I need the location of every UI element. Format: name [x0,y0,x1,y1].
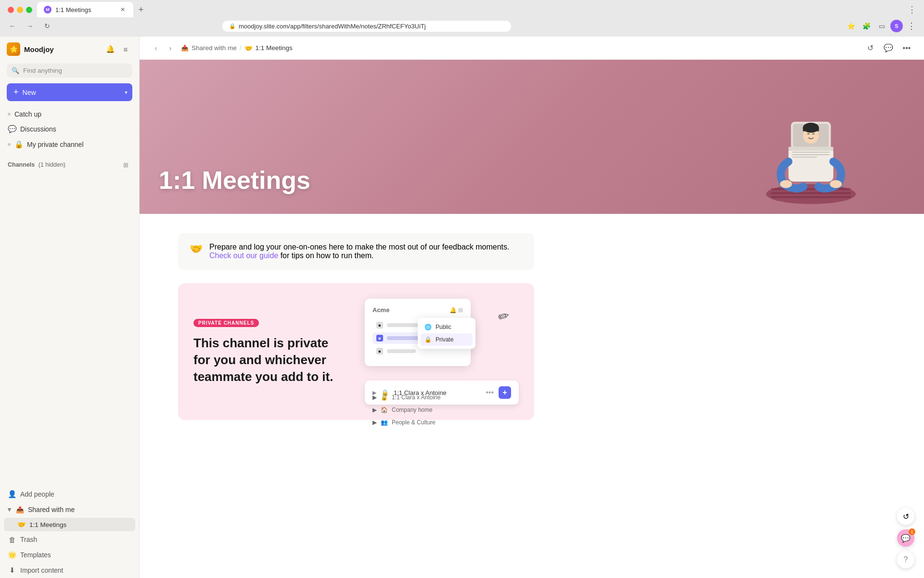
shared-with-me-chevron: ▶ [7,508,13,512]
sub-row-1: ▶ 🔒 1:1 Clara x Antoine [365,391,519,404]
browser-tab[interactable]: M 1:1 Meetings ✕ [37,2,133,17]
main-content: ‹ › 📤 Shared with me / 🤝 1:1 Meetings ↺ … [140,37,924,578]
public-icon: 🌐 [424,324,432,330]
sidebar-menu-button[interactable]: ≡ [119,42,132,56]
floating-sync-button[interactable]: ↺ [897,508,914,525]
channels-section-title: Channels (1 hidden) [8,161,65,168]
trash-label: Trash [20,536,37,543]
trash-icon: 🗑 [8,535,16,544]
nav-forward-button[interactable]: › [164,41,177,55]
bookmark-button[interactable]: ⭐ [844,19,858,33]
back-button[interactable]: ← [6,19,19,33]
browser-user-avatar[interactable]: S [890,20,903,32]
private-channel-icon: 🔒 [14,140,23,149]
sidebar-item-1-1-meetings[interactable]: 🤝 1:1 Meetings [4,518,135,531]
sidebar-item-catch-up[interactable]: Catch up [4,107,135,121]
sidebar-toggle-button[interactable]: ▭ [875,19,888,33]
sidebar-item-my-private-channel[interactable]: 🔒 My private channel [4,137,135,152]
svg-point-0 [766,184,856,204]
breadcrumb-shared-with-me[interactable]: Shared with me [192,44,237,52]
new-button[interactable]: + New ▾ [7,83,132,101]
sidebar-item-trash[interactable]: 🗑 Trash [4,532,135,547]
info-emoji: 🤝 [190,243,203,255]
notification-button[interactable]: 🔔 [103,42,117,56]
maximize-traffic-light[interactable] [26,7,32,13]
private-channels-badge: PRIVATE CHANNELS [193,319,259,327]
svg-point-10 [780,180,792,188]
sidebar-item-shared-with-me[interactable]: ▶ 📤 Shared with me [4,502,135,517]
sidebar-item-add-people[interactable]: 👤 Add people [4,486,135,502]
catch-up-dot [8,113,11,116]
new-button-label: New [23,89,36,96]
tab-close-icon[interactable]: ✕ [119,6,127,13]
svg-rect-9 [803,127,819,131]
floating-help-button[interactable]: ? [897,551,914,568]
mock-row-icon-1: ■ [376,322,383,328]
new-chevron-icon: ▾ [125,89,128,96]
sync-button[interactable]: ↺ [862,40,878,56]
chat-badge: 1 [909,528,915,535]
info-guide-link[interactable]: Check out our guide [209,251,278,260]
browser-chrome: M 1:1 Meetings ✕ + ⋮ ← → ↻ 🔒 moodjoy.sli… [0,0,924,37]
refresh-button[interactable]: ↻ [40,19,54,33]
workspace-name: Moodjoy [24,45,54,53]
floating-chat-button[interactable]: 💬 1 [897,529,914,547]
private-channels-card: PRIVATE CHANNELS This channel is private… [178,283,534,420]
lock-icon: 🔒 [229,23,236,29]
close-traffic-light[interactable] [8,7,14,13]
svg-rect-15 [792,157,817,158]
shared-with-me-label: Shared with me [28,506,75,513]
private-label: Private [436,336,453,343]
sub-row-3: ▶ 👥 People & Culture [365,416,519,429]
my-private-channel-label: My private channel [27,141,84,148]
info-box: 🤝 Prepare and log your one-on-ones here … [178,233,534,270]
extensions-button[interactable]: 🧩 [860,19,873,33]
address-bar[interactable]: 🔒 moodjoy.slite.com/app/filters/sharedWi… [222,21,511,32]
hero-title: 1:1 Meetings [159,166,310,195]
browser-menu-button[interactable]: ⋮ [905,19,918,33]
traffic-lights [8,7,32,13]
mock-row-icon-2: ■ [376,335,383,342]
private-card-visual: Acme 🔔 ⊞ ■ ■ [365,299,519,405]
1-1-meetings-emoji: 🤝 [17,521,26,528]
new-plus-icon: + [13,87,19,97]
search-text: Find anything [23,67,62,74]
search-bar[interactable]: 🔍 Find anything [7,64,132,78]
url-text: moodjoy.slite.com/app/filters/sharedWith… [239,23,426,30]
private-card-title: This channel is private for you and whic… [193,335,346,385]
workspace-logo[interactable]: 🌟 Moodjoy [7,42,54,56]
sidebar: 🌟 Moodjoy 🔔 ≡ 🔍 Find anything + New ▾ Ca… [0,37,140,578]
1-1-meetings-label: 1:1 Meetings [29,521,66,528]
new-tab-button[interactable]: + [134,3,148,16]
info-text-after: for tips on how to run them. [281,251,374,260]
mock-dropdown-public: 🌐 Public [421,321,473,333]
sub-row-2: ▶ 🏠 Company home [365,404,519,416]
more-options-button[interactable]: ••• [899,40,914,56]
sync-icon: ↺ [903,512,909,521]
sidebar-item-discussions[interactable]: 💬 Discussions [4,121,135,137]
minimize-traffic-light[interactable] [17,7,23,13]
deco-arrow: ✏ [496,307,511,326]
svg-rect-14 [792,154,830,155]
svg-point-11 [830,180,842,188]
import-content-label: Import content [20,566,64,574]
mock-ui-actions: 🔔 ⊞ [449,307,463,314]
breadcrumb-separator: / [240,44,242,52]
discussions-label: Discussions [20,125,56,133]
search-icon: 🔍 [12,67,19,74]
tab-title: 1:1 Meetings [55,6,91,13]
breadcrumb-shared-icon: 📤 [181,44,189,52]
sidebar-item-templates[interactable]: 🌟 Templates [4,547,135,563]
workspace-icon: 🌟 [7,42,20,56]
browser-titlebar: M 1:1 Meetings ✕ + ⋮ ← → ↻ 🔒 moodjoy.sli… [0,0,924,37]
channels-action-button[interactable]: ⊞ [120,159,131,171]
nav-back-button[interactable]: ‹ [149,41,163,55]
chat-bubble-icon: 💬 [901,534,911,543]
sidebar-item-import-content[interactable]: ⬇ Import content [4,563,135,578]
comment-button[interactable]: 💬 [881,40,896,56]
discussions-icon: 💬 [8,125,16,133]
breadcrumb-current: 1:1 Meetings [256,44,293,52]
tab-menu-button[interactable]: ⋮ [904,2,920,17]
forward-button[interactable]: → [23,19,37,33]
breadcrumb-emoji: 🤝 [244,44,253,52]
